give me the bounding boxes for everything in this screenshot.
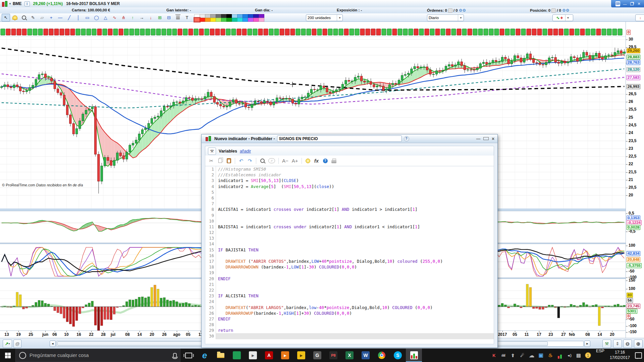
- color-swatch[interactable]: [248, 18, 254, 22]
- orders-gear-icon[interactable]: ⚙⚙: [459, 8, 466, 13]
- language-indicator[interactable]: ESP: [593, 349, 607, 362]
- price-axis[interactable]: 30 29,5 28,5 26,5 26 25,5 25 24,5 24 23,…: [626, 21, 644, 338]
- scroll-left-button[interactable]: ◄: [50, 341, 56, 347]
- close-button[interactable]: ×: [637, 1, 641, 6]
- position-gear-icon[interactable]: ⚙⚙: [562, 8, 570, 13]
- add-variable-link[interactable]: añadir: [240, 149, 251, 154]
- start-button[interactable]: [0, 349, 15, 362]
- font-decrease-icon[interactable]: A−: [282, 158, 288, 164]
- color-swatch[interactable]: [205, 18, 211, 22]
- acrobat-icon[interactable]: A: [261, 349, 277, 362]
- chrome-icon[interactable]: [374, 349, 390, 362]
- satellite-icon[interactable]: ☄: [518, 353, 526, 358]
- keyboard-icon[interactable]: ⌨: [615, 1, 620, 6]
- segment-tool[interactable]: ╱: [65, 14, 73, 21]
- cortana-search-box[interactable]: Pregúntame cualquier cosa: [15, 349, 180, 362]
- ellipse-tool[interactable]: ◯: [92, 14, 101, 21]
- color-swatch[interactable]: [259, 18, 264, 22]
- pencil-tool[interactable]: ✎: [29, 14, 37, 21]
- display-icon[interactable]: ▣: [537, 352, 545, 358]
- info-icon[interactable]: i: [24, 1, 30, 6]
- redo-icon[interactable]: ↷: [247, 158, 253, 164]
- media-orange-icon[interactable]: ▸: [277, 349, 293, 362]
- font-increase-icon[interactable]: A+: [292, 158, 298, 164]
- volume-icon[interactable]: ◄): [565, 354, 573, 357]
- comment-icon[interactable]: //: [268, 158, 275, 163]
- taskbar-clock[interactable]: 17:1617/02/2017: [607, 349, 633, 362]
- java-icon[interactable]: ♨: [546, 352, 554, 358]
- indicator-name-field[interactable]: SIGNOS EN PRECIO: [277, 135, 402, 142]
- triangle-tool[interactable]: △: [101, 14, 110, 21]
- zoom-out-icon[interactable]: ⊖: [623, 340, 632, 348]
- symbol-dropdown-caret[interactable]: ▼: [9, 2, 11, 5]
- chart-tray-icon[interactable]: [556, 352, 564, 359]
- text-tool[interactable]: T: [183, 14, 191, 21]
- color-swatch[interactable]: [232, 18, 237, 22]
- position-toggle-icon[interactable]: [551, 8, 556, 13]
- code-editor-area[interactable]: 1///Histograma SMI502///Establecemos ind…: [205, 166, 494, 344]
- orders-toggle-icon[interactable]: [448, 8, 452, 13]
- psp8-icon[interactable]: P8: [325, 349, 341, 362]
- delete-drawing-tool[interactable]: [174, 14, 182, 21]
- app-green-icon[interactable]: [229, 349, 245, 362]
- skype-icon[interactable]: S: [390, 349, 406, 362]
- mic-icon[interactable]: [173, 353, 177, 358]
- function-icon[interactable]: fx: [314, 158, 319, 164]
- alerts-tool[interactable]: [11, 14, 19, 21]
- help-icon[interactable]: ?: [323, 159, 328, 163]
- writer-icon[interactable]: W: [358, 349, 374, 362]
- color-swatch[interactable]: [243, 18, 248, 22]
- crosshair-tool[interactable]: +: [47, 14, 55, 21]
- edit-indicator-tool[interactable]: ⊟: [165, 14, 173, 21]
- ruler-tool[interactable]: ▱: [38, 14, 46, 21]
- scroll-right-button[interactable]: ►: [584, 341, 590, 347]
- link-chart-icon[interactable]: @: [13, 340, 21, 348]
- signal-icon[interactable]: ılıl: [499, 354, 507, 357]
- add-indicator-tool[interactable]: ⊞: [156, 14, 164, 21]
- indicator-settings-icon[interactable]: ⚒: [602, 340, 611, 348]
- add-indicator-button[interactable]: ∿✚▼: [552, 14, 573, 21]
- app-light-icon[interactable]: ▸: [245, 349, 261, 362]
- zoom-tool[interactable]: [20, 14, 28, 21]
- up-arrow-tool[interactable]: ↑: [128, 14, 137, 21]
- vertical-line-tool[interactable]: │: [74, 14, 83, 21]
- paste-icon[interactable]: [226, 158, 231, 163]
- right-arrow-tool[interactable]: →: [138, 14, 146, 21]
- edge-icon[interactable]: e: [197, 349, 213, 362]
- zigzag-tool[interactable]: ∿: [110, 14, 119, 21]
- pointer-tool[interactable]: ↖: [2, 14, 10, 21]
- media-yellow-icon[interactable]: ▸: [293, 349, 309, 362]
- symbol-label[interactable]: BME: [13, 1, 22, 6]
- gimp-icon[interactable]: G: [309, 349, 325, 362]
- zoom-in-icon[interactable]: ⊕: [634, 340, 643, 348]
- print-icon[interactable]: [331, 159, 337, 163]
- action-center-icon[interactable]: [633, 349, 644, 362]
- rectangle-tool[interactable]: ▭: [83, 14, 92, 21]
- tip-icon[interactable]: [305, 159, 311, 163]
- prorealtime-icon[interactable]: [406, 349, 422, 362]
- units-select[interactable]: 200 unidades▼: [306, 14, 343, 21]
- name-help-icon[interactable]: ?: [404, 136, 409, 141]
- task-view-button[interactable]: [180, 349, 197, 362]
- color-swatch[interactable]: [210, 18, 216, 22]
- excel-icon[interactable]: X: [341, 349, 358, 362]
- usb-icon[interactable]: ⇪: [509, 353, 517, 358]
- file-explorer-icon[interactable]: [213, 349, 229, 362]
- pitchfork-tool[interactable]: ⋔: [119, 14, 128, 21]
- orders-side-button[interactable]: ↕: [635, 14, 644, 21]
- editor-restore-button[interactable]: [483, 136, 488, 141]
- minimize-button[interactable]: —: [623, 1, 627, 6]
- restore-button[interactable]: [630, 1, 634, 6]
- horizontal-line-tool[interactable]: ―: [56, 14, 64, 21]
- editor-close-button[interactable]: ×: [491, 136, 495, 141]
- kaspersky-icon[interactable]: K: [490, 353, 498, 358]
- undo-icon[interactable]: ↶: [238, 158, 244, 164]
- variables-wrench-icon[interactable]: ⚒: [208, 147, 216, 155]
- updates-icon[interactable]: 1: [584, 352, 592, 358]
- color-swatch[interactable]: [253, 18, 259, 22]
- color-palette[interactable]: [194, 14, 264, 21]
- network-icon[interactable]: ▤: [575, 353, 583, 358]
- color-swatch[interactable]: [221, 18, 227, 22]
- new-chart-icon[interactable]: ↗▾: [3, 340, 12, 348]
- down-arrow-tool[interactable]: ↓: [147, 14, 155, 21]
